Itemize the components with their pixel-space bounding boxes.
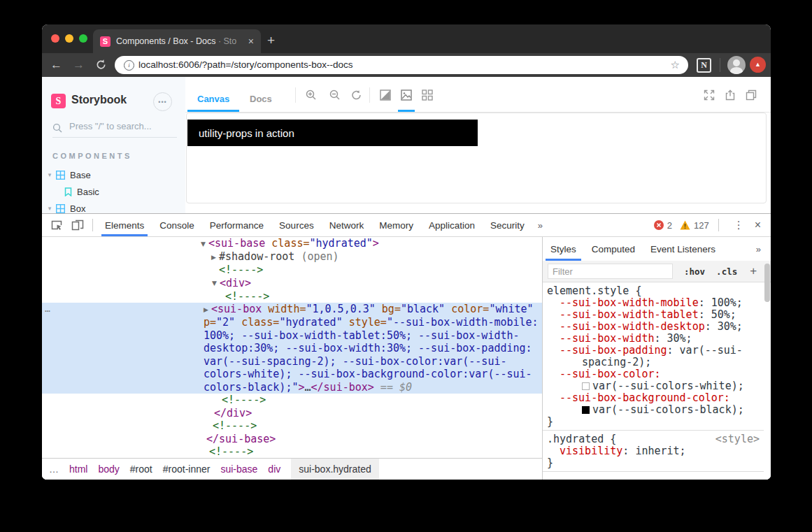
styles-tab-styles[interactable]: Styles (543, 238, 584, 261)
elements-tree-line[interactable]: ▶#shadow-root (open) (42, 250, 542, 264)
elements-tree-line[interactable]: 100%; --sui-box-width-tablet:50%; --sui-… (42, 329, 542, 343)
styles-scrollbar[interactable] (764, 264, 770, 302)
css-line[interactable]: --sui-box-padding: var(--sui- (543, 345, 764, 357)
expander-icon[interactable]: ▾ (46, 171, 53, 178)
elements-tree-line[interactable]: ▼<sui-base class="hydrated"> (42, 237, 542, 250)
devtools-tab-sources[interactable]: Sources (271, 214, 322, 236)
css-line[interactable]: --sui-box-width: 30%; (543, 333, 764, 345)
zoom-in-icon[interactable] (306, 89, 317, 101)
elements-tree-line[interactable]: p="2" class="hydrated" style="--sui-box-… (42, 316, 542, 329)
tab-close-icon[interactable]: × (248, 36, 254, 47)
url-text[interactable]: localhost:6006/?path=/story/components-b… (138, 56, 353, 74)
page-info-icon[interactable]: i (124, 60, 134, 71)
back-button[interactable]: ← (50, 57, 62, 73)
fullscreen-icon[interactable] (704, 89, 715, 101)
expander-arrow-icon[interactable]: ▶ (204, 303, 211, 317)
close-window-button[interactable] (51, 34, 59, 43)
image-snapshot-icon[interactable] (401, 89, 412, 101)
css-line[interactable]: } (543, 457, 764, 469)
breadcrumb--root-inner[interactable]: #root-inner (163, 463, 211, 475)
elements-tree-line[interactable]: <!----> (42, 419, 542, 433)
class-toggle[interactable]: .cls (716, 266, 737, 277)
styles-more-tabs-button[interactable]: » (756, 244, 771, 254)
elements-tree-line[interactable]: colors-black);">…</sui-box> == $0 (42, 381, 542, 394)
styles-tab-computed[interactable]: Computed (584, 238, 643, 261)
reload-button[interactable] (95, 59, 107, 71)
elements-tree-line[interactable]: <!----> (42, 394, 542, 407)
bookmark-star-icon[interactable]: ☆ (671, 56, 680, 74)
storybook-logo-icon[interactable]: S (51, 94, 66, 108)
zoom-out-icon[interactable] (329, 89, 341, 101)
tab-docs[interactable]: Docs (250, 94, 272, 104)
expander-arrow-icon[interactable]: ▼ (201, 238, 208, 251)
devtools-tab-security[interactable]: Security (483, 214, 532, 236)
css-line[interactable]: .hydrated {<style> (543, 433, 764, 445)
elements-tree-line[interactable]: …▶<sui-box width="1,0.5,0.3" bg="black" … (42, 303, 542, 316)
tab-canvas[interactable]: Canvas (197, 94, 229, 104)
devtools-tab-memory[interactable]: Memory (371, 214, 421, 236)
forward-button[interactable]: → (73, 57, 85, 73)
breadcrumb-div[interactable]: div (268, 463, 280, 475)
warning-icon[interactable] (680, 220, 690, 230)
new-tab-button[interactable]: + (267, 31, 275, 50)
browser-update-icon[interactable]: ▲ (750, 57, 766, 73)
css-line[interactable]: var(--sui-colors-white); (543, 380, 764, 392)
css-line[interactable]: var(--sui-colors-black); (543, 404, 764, 416)
notion-extension-icon[interactable]: N (697, 58, 711, 73)
storybook-brand[interactable]: Storybook (71, 94, 127, 106)
more-tabs-button[interactable]: » (532, 220, 548, 231)
styles-tab-event-listeners[interactable]: Event Listeners (643, 238, 723, 261)
error-count[interactable]: 2 (667, 220, 672, 231)
devtools-tab-application[interactable]: Application (421, 214, 483, 236)
expander-icon[interactable]: ▾ (46, 205, 53, 212)
devtools-tab-elements[interactable]: Elements (97, 214, 152, 236)
elements-tree-line[interactable]: <!----> (42, 290, 542, 303)
background-toggle-icon[interactable] (380, 89, 391, 101)
sidebar-search[interactable] (52, 120, 177, 138)
inspect-element-icon[interactable] (50, 219, 63, 231)
breadcrumb-sui-base[interactable]: sui-base (220, 463, 257, 475)
white-color-swatch[interactable] (582, 382, 590, 390)
device-toolbar-icon[interactable] (71, 219, 84, 231)
elements-tree-line[interactable]: <!----> (42, 264, 542, 277)
minimize-window-button[interactable] (65, 34, 73, 43)
elements-tree-line[interactable]: <!----> (42, 445, 542, 458)
grid-view-icon[interactable] (422, 89, 433, 101)
css-line[interactable]: --sui-box-width-tablet: 50%; (543, 309, 764, 321)
address-bar[interactable]: i localhost:6006/?path=/story/components… (115, 56, 688, 74)
breadcrumb--[interactable]: … (49, 463, 59, 475)
sidebar-menu-button[interactable]: ••• (153, 92, 172, 111)
elements-tree-line[interactable]: var(--sui-spacing-2); --sui-box-color:va… (42, 355, 542, 368)
css-line[interactable]: } (543, 416, 764, 428)
elements-tree-line[interactable]: ▼<div> (42, 277, 542, 290)
styles-filter-input[interactable] (548, 264, 673, 279)
sidebar-item-box[interactable]: ▾Box (42, 200, 185, 213)
elements-tree-line[interactable]: </sui-base> (42, 433, 542, 446)
breadcrumb-html[interactable]: html (69, 463, 87, 475)
devtools-tab-console[interactable]: Console (152, 214, 202, 236)
css-line[interactable]: --sui-box-width-mobile: 100%; (543, 297, 764, 309)
expander-arrow-icon[interactable]: ▶ (211, 251, 219, 264)
browser-tab[interactable]: S Components / Box - Docs · Sto × (93, 29, 261, 53)
css-line[interactable]: --sui-box-color: (543, 368, 764, 380)
devtools-menu-icon[interactable]: ⋮ (727, 219, 751, 231)
css-line[interactable]: element.style { (543, 285, 764, 297)
devtools-tab-performance[interactable]: Performance (202, 214, 271, 236)
zoom-reset-icon[interactable] (351, 89, 362, 101)
breadcrumb-body[interactable]: body (98, 463, 119, 475)
share-icon[interactable] (725, 89, 736, 101)
copy-link-icon[interactable] (746, 89, 757, 101)
search-input[interactable] (68, 120, 176, 132)
elements-tree-line[interactable]: colors-white); --sui-box-background-colo… (42, 368, 542, 381)
sidebar-item-basic[interactable]: Basic (42, 183, 185, 200)
sidebar-item-base[interactable]: ▾Base (42, 166, 185, 183)
new-style-rule-button[interactable]: + (750, 264, 757, 278)
maximize-window-button[interactable] (79, 34, 87, 43)
breadcrumb-sui-box-hydrated[interactable]: sui-box.hydrated (291, 459, 379, 480)
devtools-close-icon[interactable]: × (755, 219, 771, 231)
css-line[interactable]: --sui-box-width-desktop: 30%; (543, 321, 764, 333)
css-line[interactable]: visibility: inherit; (543, 445, 764, 457)
css-line[interactable]: --sui-box-background-color: (543, 392, 764, 404)
expander-arrow-icon[interactable]: ▼ (212, 277, 220, 290)
css-line[interactable]: spacing-2); (543, 357, 764, 368)
